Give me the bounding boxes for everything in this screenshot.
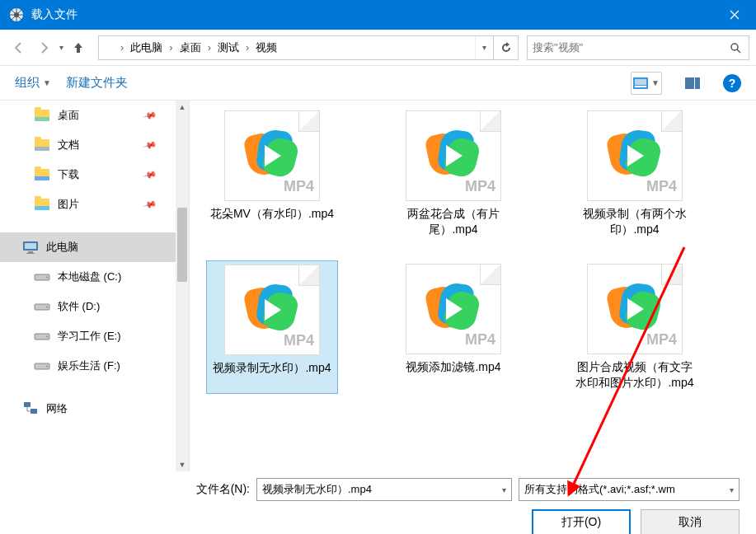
cancel-button[interactable]: 取消 xyxy=(641,509,740,534)
video-play-icon xyxy=(606,280,664,338)
svg-rect-7 xyxy=(695,77,700,89)
chevron-right-icon: › xyxy=(206,41,213,54)
tree-item[interactable]: 此电脑 xyxy=(0,232,176,262)
breadcrumb-item[interactable]: 此电脑 xyxy=(125,40,167,55)
search-icon[interactable] xyxy=(727,42,744,54)
tree-item[interactable]: 桌面📌 xyxy=(0,101,176,130)
refresh-button[interactable] xyxy=(493,36,518,59)
toolbar: 组织 ▼ 新建文件夹 ▼ ? xyxy=(0,66,756,101)
tree-item-label: 网络 xyxy=(46,401,68,416)
video-play-icon xyxy=(243,281,301,339)
sidebar-scrollbar[interactable]: ▲ ▼ xyxy=(176,101,189,471)
tree-item-label: 娱乐生活 (F:) xyxy=(58,358,120,373)
search-input[interactable] xyxy=(533,41,727,54)
app-icon xyxy=(8,7,25,23)
file-item[interactable]: MP4 视频添加滤镜.mp4 xyxy=(387,260,519,394)
svg-rect-9 xyxy=(25,243,36,249)
tree-item[interactable]: 学习工作 (E:) xyxy=(0,321,176,351)
pin-icon: 📌 xyxy=(143,167,158,182)
folder-icon xyxy=(102,40,117,55)
help-button[interactable]: ? xyxy=(723,74,741,92)
history-dropdown-icon[interactable]: ▾ xyxy=(59,43,63,52)
tree-item[interactable]: 图片📌 xyxy=(0,190,176,219)
file-item[interactable]: MP4 视频录制（有两个水印）.mp4 xyxy=(569,107,701,241)
tree-item[interactable]: 软件 (D:) xyxy=(0,292,176,321)
tree-item[interactable]: 下载📌 xyxy=(0,160,176,190)
tree-item[interactable]: 娱乐生活 (F:) xyxy=(0,351,176,381)
back-button[interactable] xyxy=(7,36,30,59)
open-button[interactable]: 打开(O) xyxy=(532,509,631,534)
folder-icon xyxy=(33,166,51,183)
folder-icon xyxy=(33,137,51,153)
svg-rect-21 xyxy=(31,409,37,414)
file-grid: MP4 花朵MV（有水印）.mp4 MP4 两盆花合成（有片尾）.mp4 MP4… xyxy=(190,101,756,471)
file-item[interactable]: MP4 视频录制无水印）.mp4 xyxy=(206,260,338,394)
svg-rect-4 xyxy=(635,79,646,85)
drive-icon xyxy=(33,358,51,374)
folder-icon xyxy=(33,107,51,124)
svg-point-19 xyxy=(46,366,48,368)
new-folder-button[interactable]: 新建文件夹 xyxy=(66,75,128,91)
filename-input[interactable]: 视频录制无水印）.mp4 ▾ xyxy=(256,478,512,501)
file-item[interactable]: MP4 花朵MV（有水印）.mp4 xyxy=(206,107,338,241)
pin-icon: 📌 xyxy=(143,138,158,152)
close-button[interactable] xyxy=(716,0,753,30)
folder-icon xyxy=(33,196,51,213)
svg-point-17 xyxy=(46,336,48,338)
video-play-icon xyxy=(606,127,664,185)
sidebar: 桌面📌文档📌下载📌图片📌此电脑本地磁盘 (C:)软件 (D:)学习工作 (E:)… xyxy=(0,101,190,471)
footer: 文件名(N): 视频录制无水印）.mp4 ▾ 所有支持的格式(*.avi;*.a… xyxy=(0,471,756,534)
tree-item[interactable]: 本地磁盘 (C:) xyxy=(0,262,176,292)
tree-item-label: 图片 xyxy=(58,197,79,212)
file-item[interactable]: MP4 两盆花合成（有片尾）.mp4 xyxy=(387,107,519,241)
svg-point-2 xyxy=(731,44,738,50)
pin-icon: 📌 xyxy=(143,108,158,123)
chevron-right-icon: › xyxy=(167,41,174,54)
pc-icon xyxy=(21,239,40,255)
tree-item-label: 下载 xyxy=(58,167,79,182)
video-play-icon xyxy=(425,280,482,338)
filetype-filter[interactable]: 所有支持的格式(*.avi;*.asf;*.wm ▾ xyxy=(519,478,740,501)
address-dropdown-icon[interactable]: ▾ xyxy=(475,36,493,59)
up-button[interactable] xyxy=(67,36,90,59)
file-format-label: MP4 xyxy=(284,332,314,349)
svg-rect-20 xyxy=(24,402,31,407)
filter-value: 所有支持的格式(*.avi;*.asf;*.wm xyxy=(524,482,675,497)
scroll-up-icon[interactable]: ▲ xyxy=(176,101,189,114)
file-name: 视频录制无水印）.mp4 xyxy=(213,360,331,376)
tree-item[interactable]: 文档📌 xyxy=(0,130,176,160)
breadcrumb-item[interactable]: 桌面 xyxy=(175,40,206,55)
drive-icon xyxy=(33,328,51,344)
chevron-right-icon: › xyxy=(119,41,125,54)
tree-item[interactable]: 网络 xyxy=(0,394,176,424)
scroll-thumb[interactable] xyxy=(177,208,187,282)
chevron-down-icon[interactable]: ▾ xyxy=(730,485,734,494)
file-format-label: MP4 xyxy=(646,178,677,195)
search-box[interactable] xyxy=(527,35,749,60)
scroll-down-icon[interactable]: ▼ xyxy=(176,458,189,471)
file-name: 视频录制（有两个水印）.mp4 xyxy=(572,206,697,237)
file-thumbnail: MP4 xyxy=(587,110,683,201)
organize-button[interactable]: 组织 ▼ xyxy=(15,75,51,91)
view-mode-button[interactable]: ▼ xyxy=(631,72,662,95)
file-item[interactable]: MP4 图片合成视频（有文字水印和图片水印）.mp4 xyxy=(569,260,701,394)
file-name: 图片合成视频（有文字水印和图片水印）.mp4 xyxy=(572,359,697,391)
tree-item-label: 桌面 xyxy=(58,108,79,123)
chevron-down-icon[interactable]: ▾ xyxy=(502,485,506,494)
tree-item-label: 软件 (D:) xyxy=(58,299,100,314)
window-title: 载入文件 xyxy=(31,7,716,22)
breadcrumb: › 此电脑 › 桌面 › 测试 › 视频 xyxy=(99,40,475,55)
file-name: 两盆花合成（有片尾）.mp4 xyxy=(391,206,516,237)
file-thumbnail: MP4 xyxy=(587,264,683,354)
video-play-icon xyxy=(243,127,301,185)
preview-pane-button[interactable] xyxy=(677,72,708,95)
breadcrumb-item[interactable]: 视频 xyxy=(251,40,282,55)
address-bar[interactable]: › 此电脑 › 桌面 › 测试 › 视频 ▾ xyxy=(98,35,519,60)
file-name: 视频添加滤镜.mp4 xyxy=(406,359,500,375)
svg-rect-5 xyxy=(635,86,646,87)
breadcrumb-item[interactable]: 测试 xyxy=(213,40,244,55)
forward-button[interactable] xyxy=(33,36,56,59)
file-format-label: MP4 xyxy=(465,178,495,195)
tree-item-label: 本地磁盘 (C:) xyxy=(58,269,121,284)
video-play-icon xyxy=(425,127,482,185)
